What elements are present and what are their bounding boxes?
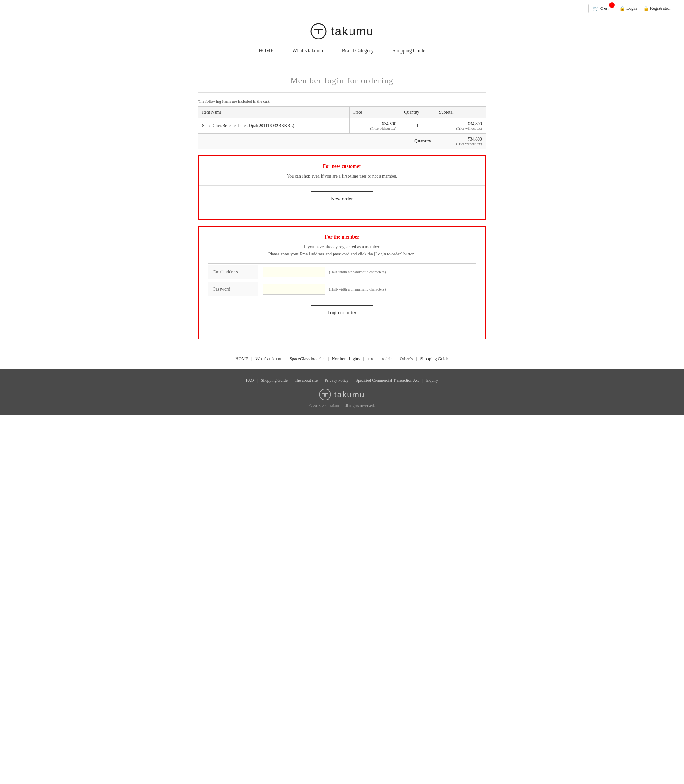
- top-bar: 🛒 Cart 1 🔒 Login 🔒 Registration: [0, 0, 684, 17]
- cart-notice: The following items are included in the …: [198, 99, 486, 104]
- footer-shopping-guide[interactable]: Shopping Guide: [258, 378, 290, 383]
- new-order-button[interactable]: New order: [311, 191, 373, 206]
- page-title: Member login for ordering: [198, 76, 486, 85]
- member-title: For the member: [208, 234, 476, 240]
- dark-footer-logo: takumu: [0, 388, 684, 401]
- footer-faq[interactable]: FAQ: [243, 378, 257, 383]
- footer-nav-home[interactable]: HOME: [232, 357, 252, 362]
- footer-nav-others[interactable]: Other`s: [397, 357, 416, 362]
- item-quantity: 1: [400, 118, 436, 134]
- footer-inquiry[interactable]: Inquiry: [423, 378, 441, 383]
- login-form: Email address (Half-width alphanumeric c…: [208, 263, 476, 298]
- email-input-area: (Half-width alphanumeric characters): [258, 264, 476, 280]
- new-customer-desc: You can shop even if you are a first-tim…: [208, 173, 476, 180]
- cart-table: Item Name Price Quantity Subtotal SpaceG…: [198, 106, 486, 149]
- email-hint: (Half-width alphanumeric characters): [329, 270, 386, 275]
- logo-area: takumu: [0, 17, 684, 43]
- nav-home[interactable]: HOME: [259, 48, 273, 53]
- cart-button[interactable]: 🛒 Cart 1: [589, 4, 613, 13]
- footer-nav-items: HOME | What`s takumu | SpaceGlass bracel…: [0, 357, 684, 362]
- email-label: Email address: [208, 265, 258, 279]
- total-row: Quantity ¥34,800 (Price without tax): [198, 134, 486, 149]
- footer-about[interactable]: The about site: [292, 378, 321, 383]
- member-section: For the member If you have already regis…: [198, 226, 486, 340]
- footer-nav-irodrip[interactable]: irodrip: [377, 357, 395, 362]
- col-subtotal: Subtotal: [435, 107, 486, 118]
- item-subtotal: ¥34,800 (Price without tax): [435, 118, 486, 134]
- logo-icon: [310, 23, 327, 39]
- footer-logo-text: takumu: [334, 390, 365, 399]
- dark-footer: FAQ | Shopping Guide | The about site | …: [0, 369, 684, 415]
- footer-logo-icon: [319, 388, 331, 401]
- total-value: ¥34,800 (Price without tax): [435, 134, 486, 149]
- nav-guide[interactable]: Shopping Guide: [392, 48, 425, 53]
- main-nav: HOME What`s takumu Brand Category Shoppi…: [13, 43, 671, 60]
- email-row: Email address (Half-width alphanumeric c…: [208, 263, 476, 281]
- dark-footer-links: FAQ | Shopping Guide | The about site | …: [0, 378, 684, 383]
- footer-scta[interactable]: Specified Commercial Transaction Act: [353, 378, 422, 383]
- col-item-name: Item Name: [198, 107, 350, 118]
- svg-rect-2: [318, 29, 319, 34]
- item-price: ¥34,800 (Price without tax): [349, 118, 400, 134]
- cart-badge: 1: [609, 2, 615, 8]
- password-input-area: (Half-width alphanumeric characters): [258, 281, 476, 298]
- footer-nav: HOME | What`s takumu | SpaceGlass bracel…: [0, 349, 684, 369]
- lock-icon-reg: 🔒: [643, 6, 649, 11]
- footer-nav-sgb[interactable]: SpaceGlass bracelet: [286, 357, 327, 362]
- table-row: SpaceGlassBracelet-black Opal(201116032B…: [198, 118, 486, 134]
- section-divider: [198, 185, 486, 186]
- lock-icon: 🔒: [619, 6, 625, 11]
- login-to-order-button[interactable]: Login to order: [311, 305, 373, 320]
- member-desc: If you have already registered as a memb…: [208, 243, 476, 258]
- copyright: © 2018-2020 takumu. All Rights Reserved.: [0, 404, 684, 408]
- footer-privacy[interactable]: Privacy Policy: [322, 378, 352, 383]
- col-price: Price: [349, 107, 400, 118]
- login-label: Login: [626, 6, 637, 11]
- cart-icon: 🛒: [593, 6, 598, 11]
- nav-whats[interactable]: What`s takumu: [292, 48, 323, 53]
- svg-rect-5: [324, 393, 326, 397]
- registration-label: Registration: [650, 6, 671, 11]
- cart-label: Cart: [600, 6, 608, 11]
- total-label: Quantity: [415, 139, 431, 143]
- col-quantity: Quantity: [400, 107, 436, 118]
- footer-nav-plus[interactable]: + α: [364, 357, 376, 362]
- login-link[interactable]: 🔒 Login: [619, 6, 637, 11]
- logo-text: takumu: [331, 25, 374, 38]
- new-customer-title: For new customer: [208, 163, 476, 169]
- registration-link[interactable]: 🔒 Registration: [643, 6, 671, 11]
- page-container: Member login for ordering The following …: [192, 69, 492, 340]
- item-name: SpaceGlassBracelet-black Opal(201116032B…: [198, 118, 350, 134]
- footer-nav-guide[interactable]: Shopping Guide: [417, 357, 452, 362]
- footer-nav-nl[interactable]: Northern Lights: [329, 357, 363, 362]
- password-hint: (Half-width alphanumeric characters): [329, 287, 386, 292]
- email-input[interactable]: [263, 267, 326, 277]
- page-title-section: Member login for ordering: [198, 69, 486, 93]
- new-customer-section: For new customer You can shop even if yo…: [198, 155, 486, 220]
- password-row: Password (Half-width alphanumeric charac…: [208, 280, 476, 298]
- password-input[interactable]: [263, 284, 326, 295]
- password-label: Password: [208, 282, 258, 296]
- nav-brand[interactable]: Brand Category: [342, 48, 374, 53]
- footer-nav-whats[interactable]: What`s takumu: [252, 357, 286, 362]
